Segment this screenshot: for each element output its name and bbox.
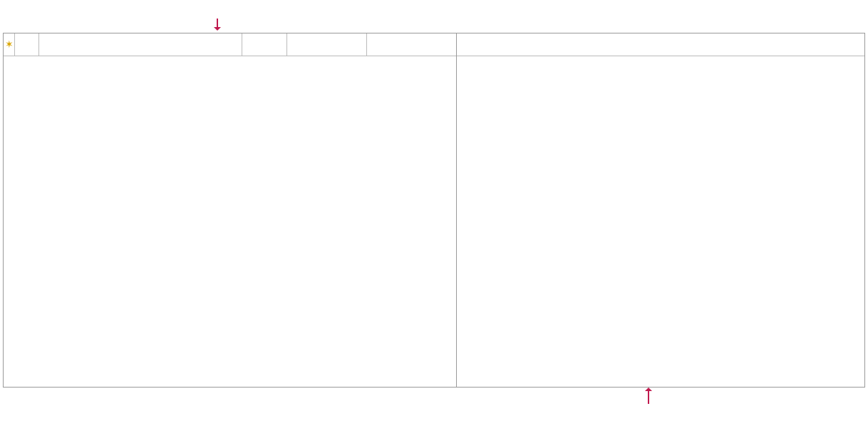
gantt-control: ✶	[3, 33, 865, 388]
indicator-header[interactable]: ✶	[4, 33, 15, 56]
start-header[interactable]	[287, 33, 367, 56]
arrow-up-icon	[648, 388, 649, 404]
arrow-down-icon	[217, 19, 218, 30]
duration-header[interactable]	[242, 33, 287, 56]
star-icon: ✶	[5, 39, 14, 50]
column-headers: ✶	[4, 33, 456, 56]
finish-header[interactable]	[367, 33, 453, 56]
task-name-header[interactable]	[39, 33, 242, 56]
timescale	[457, 33, 864, 56]
gantt-chart[interactable]	[457, 33, 864, 387]
task-sheet[interactable]: ✶	[4, 33, 457, 387]
task-mode-header[interactable]	[15, 33, 39, 56]
